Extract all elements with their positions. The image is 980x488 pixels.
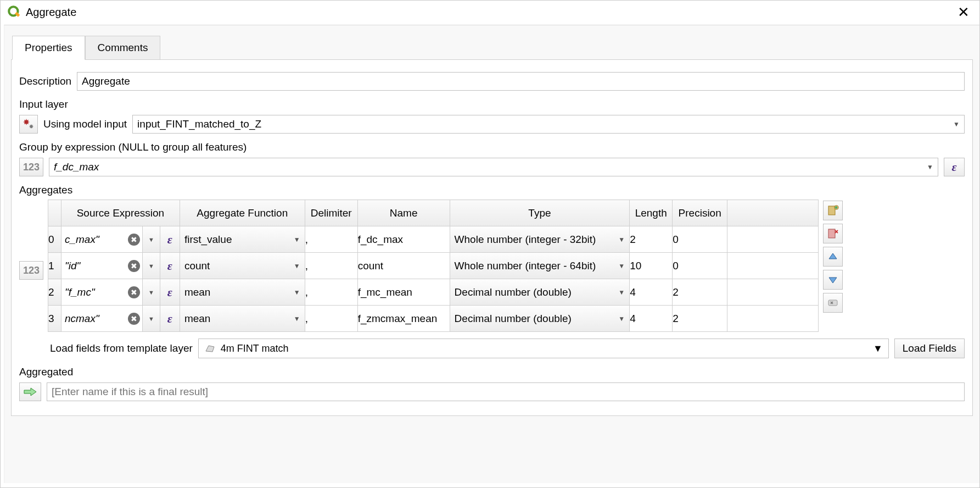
input-layer-combo[interactable]: input_FINT_matched_to_Z ▼ — [132, 115, 965, 134]
aggregates-table: Source Expression Aggregate Function Del… — [48, 199, 819, 332]
type-combo[interactable]: Whole number (integer - 64bit) ▼ — [450, 253, 630, 279]
col-length[interactable]: Length — [630, 200, 673, 226]
source-expression-dropdown[interactable]: ▼ — [142, 226, 160, 252]
field-type-indicator: 123 — [19, 158, 43, 176]
clear-expression-icon[interactable]: ✖ — [128, 234, 140, 246]
chevron-down-icon: ▼ — [294, 262, 300, 270]
qgis-logo-icon — [7, 5, 21, 19]
name-cell[interactable]: f_zmcmax_mean — [357, 306, 450, 332]
aggregate-function-combo[interactable]: count ▼ — [180, 253, 305, 279]
output-type-button[interactable] — [19, 382, 41, 401]
group-by-expression-combo[interactable]: f_dc_max ▼ — [49, 158, 938, 176]
length-cell[interactable]: 4 — [630, 279, 673, 306]
row-index: 1 — [48, 253, 61, 279]
svg-rect-6 — [828, 229, 835, 238]
tab-bar: Properties Comments — [11, 35, 973, 59]
remove-field-button[interactable] — [823, 224, 843, 243]
delimiter-cell[interactable]: , — [305, 279, 357, 306]
col-type[interactable]: Type — [450, 200, 630, 226]
source-expression-builder-button[interactable]: ε — [160, 279, 180, 305]
length-cell[interactable]: 10 — [630, 253, 673, 279]
move-up-button[interactable] — [823, 247, 843, 267]
add-field-button[interactable] — [823, 201, 843, 220]
table-row: 2 "f_mc" ✖ ▼ ε mean ▼ , f_mc_mean Decima… — [48, 279, 819, 306]
expression-builder-button[interactable]: ε — [944, 158, 965, 176]
delimiter-cell[interactable]: , — [305, 253, 357, 279]
chevron-down-icon: ▼ — [618, 289, 625, 296]
titlebar: Aggregate ✕ — [1, 1, 979, 25]
source-expression-cell: "f_mc" ✖ ▼ ε — [61, 279, 180, 305]
delimiter-cell[interactable]: , — [305, 226, 357, 253]
agg-left-toolbar: 123 — [19, 199, 43, 280]
source-expression-builder-button[interactable]: ε — [160, 306, 180, 331]
aggregate-function-combo[interactable]: first_value ▼ — [180, 226, 305, 252]
clear-expression-icon[interactable]: ✖ — [128, 260, 140, 272]
length-cell[interactable]: 4 — [630, 306, 673, 332]
template-layer-combo[interactable]: 4m FINT match ▼ — [198, 339, 889, 358]
col-delimiter[interactable]: Delimiter — [305, 200, 357, 226]
group-by-value: f_dc_max — [54, 161, 99, 173]
output-name-input[interactable] — [47, 382, 965, 401]
table-row: 0 c_max" ✖ ▼ ε first_value ▼ , f_dc_max … — [48, 226, 819, 253]
aggregate-function-combo[interactable]: mean ▼ — [180, 306, 305, 331]
load-template-label: Load fields from template layer — [50, 342, 193, 354]
type-combo[interactable]: Decimal number (double) ▼ — [450, 279, 630, 305]
load-fields-button[interactable]: Load Fields — [894, 339, 965, 358]
type-combo[interactable]: Whole number (integer - 32bit) ▼ — [450, 226, 630, 252]
source-expression-input[interactable]: ncmax" ✖ — [61, 306, 142, 331]
aggregate-dialog: Aggregate ✕ Properties Comments Descript… — [0, 0, 980, 488]
delimiter-cell[interactable]: , — [305, 306, 357, 332]
chevron-down-icon: ▼ — [618, 236, 625, 243]
svg-rect-7 — [828, 300, 837, 306]
description-input[interactable] — [77, 72, 965, 91]
output-label: Aggregated — [19, 366, 965, 378]
clear-expression-icon[interactable]: ✖ — [128, 313, 140, 325]
precision-cell[interactable]: 2 — [673, 306, 727, 332]
source-expression-input[interactable]: "f_mc" ✖ — [61, 279, 142, 305]
row-index: 0 — [48, 226, 61, 253]
clear-expression-icon[interactable]: ✖ — [128, 286, 140, 298]
aggregate-function-combo[interactable]: mean ▼ — [180, 279, 305, 305]
precision-cell[interactable]: 2 — [673, 279, 727, 306]
chevron-down-icon: ▼ — [927, 163, 933, 171]
col-source-expression[interactable]: Source Expression — [61, 200, 180, 226]
description-label: Description — [19, 75, 71, 87]
dialog-title: Aggregate — [26, 6, 76, 19]
source-expression-dropdown[interactable]: ▼ — [142, 253, 160, 279]
source-expression-dropdown[interactable]: ▼ — [142, 279, 160, 305]
source-expression-builder-button[interactable]: ε — [160, 226, 180, 252]
table-row: 1 "id" ✖ ▼ ε count ▼ , count Whole numbe… — [48, 253, 819, 279]
name-cell[interactable]: count — [357, 253, 450, 279]
chevron-down-icon: ▼ — [618, 262, 625, 270]
precision-cell[interactable]: 0 — [673, 253, 727, 279]
source-expression-dropdown[interactable]: ▼ — [142, 306, 160, 331]
table-header-row: Source Expression Aggregate Function Del… — [48, 200, 819, 226]
agg-right-toolbar — [823, 199, 843, 313]
type-combo[interactable]: Decimal number (double) ▼ — [450, 306, 630, 331]
source-expression-input[interactable]: c_max" ✖ — [61, 226, 142, 252]
col-aggregate-function[interactable]: Aggregate Function — [180, 200, 305, 226]
row-index: 3 — [48, 306, 61, 332]
chevron-down-icon: ▼ — [618, 315, 625, 323]
name-cell[interactable]: f_mc_mean — [357, 279, 450, 306]
close-icon[interactable]: ✕ — [953, 4, 974, 20]
tab-properties[interactable]: Properties — [12, 36, 85, 60]
length-cell[interactable]: 2 — [630, 226, 673, 253]
col-precision[interactable]: Precision — [673, 200, 727, 226]
source-expression-cell: ncmax" ✖ ▼ ε — [61, 306, 180, 331]
input-source-type-button[interactable] — [19, 115, 38, 134]
reset-field-button[interactable] — [823, 293, 843, 313]
aggregates-label: Aggregates — [19, 184, 965, 196]
move-down-button[interactable] — [823, 270, 843, 290]
source-expression-cell: c_max" ✖ ▼ ε — [61, 226, 180, 252]
source-expression-builder-button[interactable]: ε — [160, 253, 180, 279]
col-name[interactable]: Name — [357, 200, 450, 226]
chevron-down-icon: ▼ — [294, 289, 300, 296]
input-layer-value: input_FINT_matched_to_Z — [137, 118, 261, 130]
template-layer-value: 4m FINT match — [221, 343, 289, 354]
layer-polygon-icon — [204, 343, 216, 353]
source-expression-input[interactable]: "id" ✖ — [61, 253, 142, 279]
precision-cell[interactable]: 0 — [673, 226, 727, 253]
name-cell[interactable]: f_dc_max — [357, 226, 450, 253]
tab-comments[interactable]: Comments — [85, 36, 161, 60]
